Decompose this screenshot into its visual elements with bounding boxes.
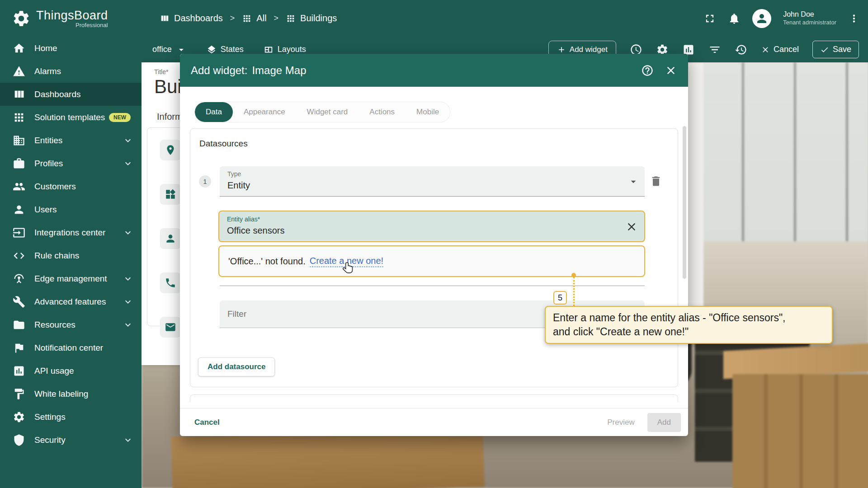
tutorial-tooltip: Enter a name for the entity alias - "Off… <box>545 306 833 344</box>
sidebar-item[interactable]: Edge management <box>0 267 142 290</box>
briefcase-icon <box>13 157 25 170</box>
header-actions: John Doe Tenant administrator <box>703 9 860 28</box>
tab[interactable]: Widget card <box>296 102 359 122</box>
grid-icon <box>242 14 252 23</box>
kebab-menu-icon[interactable] <box>848 13 860 24</box>
manage-states-button[interactable]: States <box>207 45 244 55</box>
sidebar-item[interactable]: Security <box>0 428 142 451</box>
dialog-title: Add widget: Image Map <box>191 64 306 77</box>
integrations-icon <box>13 226 25 239</box>
sidebar-item[interactable]: Notification center <box>0 336 142 359</box>
avatar[interactable] <box>752 9 771 28</box>
grid-icon <box>286 14 296 23</box>
sidebar-item[interactable]: Resources <box>0 313 142 336</box>
breadcrumb-item[interactable]: All <box>242 13 266 23</box>
entity-alias-value: Office sensors <box>227 225 284 236</box>
user-name: John Doe <box>783 10 836 19</box>
edit-cancel-button[interactable]: Cancel <box>761 45 799 54</box>
dashboards-icon <box>160 14 170 23</box>
widget-icon-button[interactable] <box>160 228 181 249</box>
top-header-bar: > Dashboards > All > <box>142 0 868 37</box>
notifications-bell-icon[interactable] <box>728 12 741 25</box>
widget-icon-button[interactable] <box>160 272 181 293</box>
sidebar-item[interactable]: Settings <box>0 405 142 428</box>
user-role: Tenant administrator <box>783 19 836 26</box>
filter-icon[interactable] <box>708 43 721 56</box>
sidebar-item[interactable]: Profiles <box>0 152 142 175</box>
create-new-alias-link[interactable]: Create a new one! <box>310 256 383 267</box>
history-icon[interactable] <box>735 43 747 56</box>
tab[interactable]: Actions <box>359 102 406 122</box>
mail-icon <box>165 321 176 333</box>
widget-icon-button[interactable] <box>160 184 181 205</box>
code-icon <box>13 249 25 262</box>
entity-alias-label: Entity alias* <box>227 216 260 223</box>
dashboard-toolbar-left: office States Layouts <box>152 44 306 55</box>
chevron-down-icon <box>123 319 133 330</box>
sidebar-item[interactable]: Dashboards <box>0 83 142 106</box>
manage-layouts-button[interactable]: Layouts <box>264 45 306 55</box>
sidebar-item[interactable]: Home <box>0 37 142 60</box>
add-button-disabled[interactable]: Add <box>647 413 681 432</box>
preview-button[interactable]: Preview <box>607 418 634 427</box>
widget-icon-button[interactable] <box>160 140 181 160</box>
sidebar-item[interactable]: Alarms <box>0 60 142 83</box>
breadcrumb-item[interactable]: Buildings <box>286 13 337 23</box>
tutorial-connector-line <box>573 277 575 306</box>
user-info[interactable]: John Doe Tenant administrator <box>783 10 836 26</box>
entities-icon <box>13 134 25 147</box>
chevron-down-icon <box>123 273 133 284</box>
brand-logo[interactable]: ThingsBoard Professional <box>0 0 142 37</box>
tab[interactable]: Mobile <box>406 102 450 122</box>
folder-icon <box>13 319 25 331</box>
chevron-down-icon <box>123 158 133 169</box>
widget-icon <box>165 188 176 200</box>
datasource-type-select[interactable]: Type Entity <box>220 166 645 197</box>
help-icon[interactable] <box>641 64 654 77</box>
sidebar-item[interactable]: Integrations center <box>0 221 142 244</box>
flag-icon <box>13 342 25 354</box>
phone-icon <box>165 277 176 289</box>
not-found-text: 'Office...' not found. <box>228 256 306 267</box>
dashboard-state-selector[interactable]: office <box>152 44 187 55</box>
dashboards-icon <box>13 88 25 101</box>
chevron-down-icon <box>123 435 133 446</box>
warning-icon <box>13 65 25 78</box>
type-label: Type <box>227 170 241 178</box>
modal-scrollbar[interactable] <box>683 126 686 279</box>
fullscreen-icon[interactable] <box>703 12 716 25</box>
breadcrumb-separator: > <box>230 14 235 23</box>
shield-icon <box>13 434 25 446</box>
sidebar-item[interactable]: White labeling <box>0 382 142 405</box>
sidebar-item[interactable]: API usage <box>0 359 142 382</box>
caret-down-icon <box>176 44 187 55</box>
sidebar-item[interactable]: Customers <box>0 175 142 198</box>
add-datasource-button[interactable]: Add datasource <box>198 357 275 376</box>
add-widget-dialog: Add widget: Image Map DataAppearanceWidg… <box>180 54 688 436</box>
sidebar-item[interactable]: Entities <box>0 129 142 152</box>
clear-input-icon[interactable] <box>625 221 638 233</box>
breadcrumb-separator: > <box>274 14 279 23</box>
datasources-card: Datasources 1 Type Entity Entity alias* … <box>190 128 678 387</box>
pen-icon <box>13 388 25 400</box>
people-icon <box>13 180 25 193</box>
widget-config-tabs: DataAppearanceWidget cardActionsMobile <box>194 102 450 122</box>
close-icon[interactable] <box>665 64 677 77</box>
delete-datasource-icon[interactable] <box>650 175 662 188</box>
datasources-heading: Datasources <box>199 139 248 149</box>
dialog-cancel-button[interactable]: Cancel <box>194 418 220 427</box>
tab[interactable]: Appearance <box>233 102 296 122</box>
wrench-icon <box>13 296 25 308</box>
entity-alias-field[interactable]: Entity alias* Office sensors <box>218 211 645 242</box>
sidebar-item[interactable]: Rule chains <box>0 244 142 267</box>
new-badge: NEW <box>109 113 131 122</box>
next-section-card <box>190 394 678 402</box>
sidebar-item[interactable]: Advanced features <box>0 290 142 313</box>
breadcrumb-item[interactable]: Dashboards <box>160 13 223 23</box>
widget-icon-button[interactable] <box>160 317 181 338</box>
sidebar-item[interactable]: Users <box>0 198 142 221</box>
alias-autocomplete-option[interactable]: 'Office...' not found. Create a new one! <box>218 245 645 277</box>
edit-save-button[interactable]: Save <box>812 41 859 58</box>
sidebar-item[interactable]: Solution templates NEW <box>0 106 142 129</box>
tab[interactable]: Data <box>195 102 233 122</box>
